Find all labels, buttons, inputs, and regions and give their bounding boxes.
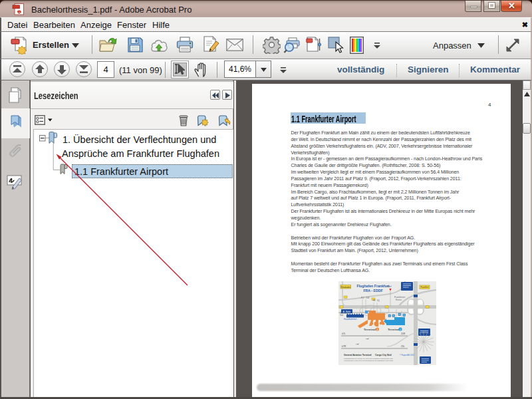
svg-text:P17: P17 (361, 297, 364, 299)
svg-text:DQ: DQ (377, 299, 380, 302)
svg-text:25R: 25R (401, 332, 406, 335)
svg-text:Flughafen Frankfurt: Flughafen Frankfurt (357, 284, 390, 288)
svg-text:25L: 25L (401, 345, 405, 348)
svg-text:Terminal: Terminal (388, 328, 400, 331)
svg-text:Frankfurt: Frankfurt (420, 286, 428, 289)
svg-text:N: N (425, 331, 426, 334)
svg-text:General Aviation Terminal: General Aviation Terminal (344, 354, 372, 356)
svg-text:Wiesbaden: Wiesbaden (340, 286, 350, 289)
svg-text:© Fraport AG 2012: © Fraport AG 2012 (400, 354, 414, 356)
svg-text:07R: 07R (342, 345, 346, 348)
svg-text:Verbindungen in alle Welt und: Verbindungen in alle Welt und Drehscheib… (344, 360, 393, 362)
svg-text:07L: 07L (342, 332, 346, 335)
svg-text:Terminal: Terminal (364, 328, 376, 331)
svg-text:TLW: TLW (366, 297, 370, 299)
svg-text:FRA - EDDF: FRA - EDDF (363, 289, 382, 293)
svg-text:Cargo City Süd: Cargo City Süd (375, 354, 392, 356)
svg-text:P8: P8 (373, 299, 376, 302)
svg-text:Süd: Süd (340, 314, 343, 317)
svg-text:Hotel: Hotel (387, 285, 392, 288)
svg-text:Hauptbahnhof...: Hauptbahnhof... (344, 318, 358, 321)
svg-text:1: 1 (376, 329, 378, 331)
svg-text:2: 2 (400, 329, 401, 331)
svg-text:Kreuz: Kreuz (396, 299, 402, 301)
